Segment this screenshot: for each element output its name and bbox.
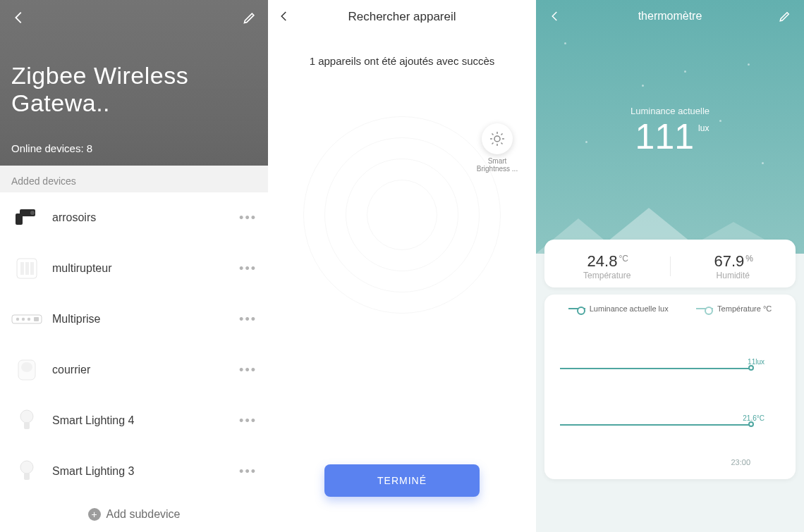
luminance-unit: lux [698,123,709,133]
legend-label: Luminance actuelle lux [590,304,669,313]
svg-point-16 [20,461,33,474]
device-options-icon[interactable]: ••• [239,363,257,378]
gateway-screen: Zigbee Wireless Gatewa.. Online devices:… [0,0,268,532]
luminance-value: 111lux [536,116,804,157]
plus-circle-icon: + [88,508,101,521]
temperature-metric[interactable]: 24.8°C Température [544,252,670,280]
page-title: Rechercher appareil [348,10,456,24]
svg-point-9 [22,318,25,321]
svg-line-25 [492,143,494,144]
status-message: 1 appareils ont été ajoutés avec succès [310,55,495,67]
device-options-icon[interactable]: ••• [239,261,257,276]
motion-sensor-icon [11,354,42,385]
chart-line-temperature [560,424,750,426]
legend-swatch-icon [568,308,585,309]
device-options-icon[interactable]: ••• [239,414,257,428]
chart-line-luminance [560,368,750,369]
added-devices-header: Added devices [0,166,268,192]
device-name-label: courrier [52,364,239,376]
device-options-icon[interactable]: ••• [239,464,257,479]
search-device-screen: Rechercher appareil 1 appareils ont été … [268,0,536,532]
chart-area[interactable]: 11lux 21.6°C 23:00 [554,333,786,466]
device-list: arrosoirs ••• multirupteur ••• Multipris… [0,192,268,497]
legend-swatch-icon [696,308,713,309]
metrics-card: 24.8°C Température 67.9% Humidité [544,240,796,287]
device-row[interactable]: Multiprise ••• [0,294,268,345]
back-chevron-icon[interactable] [278,10,291,23]
device-name-label: arrosoirs [52,211,239,224]
svg-point-14 [20,410,33,423]
legend-label: Température °C [717,304,772,313]
svg-rect-6 [30,262,34,275]
svg-point-10 [28,318,30,321]
device-row[interactable]: arrosoirs ••• [0,192,268,243]
device-name-label: Multiprise [52,313,239,326]
luminance-number: 111 [635,117,694,156]
svg-point-8 [16,318,19,321]
humidity-label: Humidité [671,271,796,280]
humidity-metric[interactable]: 67.9% Humidité [671,252,796,280]
device-row[interactable]: multirupteur ••• [0,243,268,294]
device-radar: Smart Brightness ... [303,116,501,314]
brightness-sensor-icon [482,123,513,154]
svg-line-23 [492,134,494,135]
irrigation-valve-icon [11,202,42,233]
svg-rect-11 [34,317,39,321]
svg-rect-17 [24,473,30,480]
done-button[interactable]: TERMINÉ [324,464,480,497]
gateway-title: Zigbee Wireless Gatewa.. [11,62,257,117]
svg-rect-4 [20,262,24,275]
switch-panel-icon [11,253,42,284]
chart-legend: Luminance actuelle lux Température °C [554,304,786,313]
gateway-hero: Zigbee Wireless Gatewa.. Online devices:… [0,0,268,166]
legend-temperature[interactable]: Température °C [696,304,772,313]
chart-x-tick: 23:00 [731,458,750,466]
device-row[interactable]: Smart Lighting 3 ••• [0,446,268,497]
device-row[interactable]: Smart Lighting 4 ••• [0,395,268,446]
device-options-icon[interactable]: ••• [239,211,257,225]
svg-rect-5 [25,262,29,275]
chart-annotation-temperature: 21.6°C [743,414,765,422]
power-strip-icon [11,304,42,335]
bulb-icon [11,405,42,436]
sensor-hero: thermomètre Luminance actuelle 111lux [536,0,804,254]
luminance-label: Luminance actuelle [536,0,804,116]
bulb-icon [11,456,42,487]
online-device-count: Online devices: 8 [11,142,257,154]
svg-point-18 [494,136,500,142]
humidity-value: 67.9% [671,252,796,271]
svg-rect-15 [24,422,30,429]
device-name-label: Smart Lighting 4 [52,414,239,427]
device-name-label: multirupteur [52,262,239,275]
device-options-icon[interactable]: ••• [239,312,257,327]
temperature-label: Température [544,271,670,280]
edit-pencil-icon[interactable] [243,11,257,25]
add-subdevice-button[interactable]: + Add subdevice [0,497,268,532]
history-chart-card: Luminance actuelle lux Température °C 11… [544,295,796,479]
svg-line-26 [501,134,503,135]
svg-line-24 [501,143,503,144]
temperature-value: 24.8°C [544,252,670,271]
add-subdevice-label: Add subdevice [106,508,181,521]
svg-point-2 [30,211,35,215]
thermometer-screen: thermomètre Luminance actuelle 111lux 24… [536,0,804,532]
found-device-name: Smart Brightness ... [473,157,522,173]
nav-bar: Rechercher appareil [268,0,536,34]
legend-luminance[interactable]: Luminance actuelle lux [568,304,669,313]
device-row[interactable]: courrier ••• [0,345,268,395]
device-name-label: Smart Lighting 3 [52,465,239,478]
back-arrow-icon[interactable] [11,10,27,25]
svg-point-13 [21,362,32,372]
found-device[interactable]: Smart Brightness ... [473,123,522,173]
